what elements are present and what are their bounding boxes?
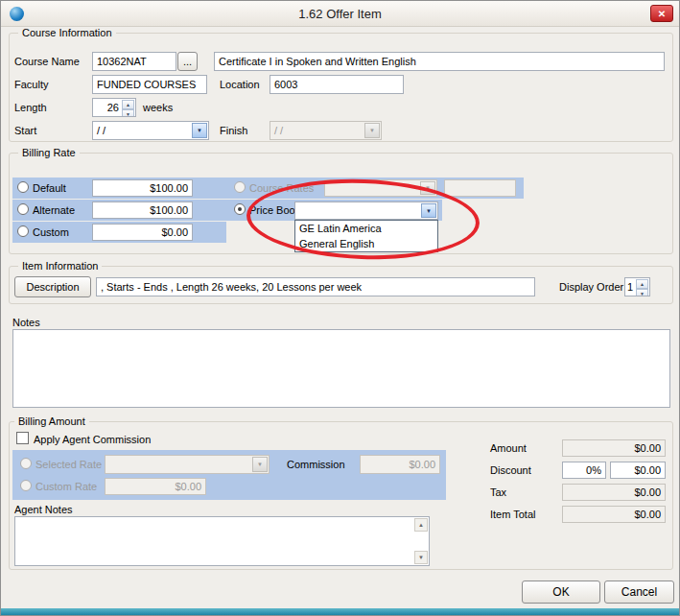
display-order-spinner[interactable]: ▲▼ [636,279,648,295]
alternate-radio[interactable] [17,203,29,215]
spinner-up-icon[interactable]: ▲ [636,279,648,289]
spinner-down-icon[interactable]: ▼ [636,289,648,296]
custom-rate-amount-input: $0.00 [105,478,206,495]
chevron-down-icon[interactable]: ▼ [421,203,436,218]
course-title-input[interactable]: Certificate I in Spoken and Written Engl… [214,52,665,71]
amount-label: Amount [490,442,527,454]
default-radio[interactable] [17,181,29,193]
alternate-rate-input[interactable]: $100.00 [92,201,193,219]
tax-label: Tax [490,486,506,498]
commission-label: Commission [287,459,345,470]
chevron-down-icon: ▼ [364,123,380,138]
weeks-label: weeks [143,102,173,113]
spinner-down-icon[interactable]: ▼ [122,109,134,117]
location-input[interactable]: 6003 [270,75,404,94]
discount-percent-input[interactable]: 0% [562,462,606,479]
course-rates-radio-label: Course Rates [249,182,314,194]
price-book-radio-label: Price Book [249,204,300,216]
amount-field: $0.00 [562,439,666,457]
course-rates-amount-input [444,179,516,197]
display-order-label: Display Order [559,281,623,293]
selected-rate-radio [20,458,32,469]
custom-rate-input[interactable]: $0.00 [92,224,193,241]
agent-notes-label: Agent Notes [14,504,73,515]
dialog-title: 1.62 Offer Item [298,7,381,21]
scroll-up-icon[interactable]: ▲ [414,518,428,532]
location-label: Location [220,79,260,90]
cancel-button[interactable]: Cancel [604,580,674,604]
custom-radio[interactable] [17,225,29,237]
custom-rate-radio [20,480,32,491]
default-radio-label: Default [33,182,66,194]
titlebar: 1.62 Offer Item ✕ [1,1,679,27]
price-book-combo[interactable]: ▼ [294,201,438,220]
finish-label: Finish [220,125,247,136]
selected-rate-radio-label: Selected Rate [35,459,102,470]
selected-rate-combo: ▼ [105,455,270,474]
custom-radio-label: Custom [33,226,69,238]
course-name-browse-button[interactable]: ... [177,52,198,71]
course-name-label: Course Name [14,56,80,67]
alternate-radio-label: Alternate [33,204,75,216]
dropdown-option-general-english[interactable]: General English [295,236,437,251]
item-information-label: Item Information [18,260,102,272]
length-input[interactable]: 26 ▲▼ [92,98,136,117]
dropdown-option-ge-latin-america[interactable]: GE Latin America [295,221,437,236]
course-name-input[interactable]: 10362NAT [92,52,176,71]
chevron-down-icon[interactable]: ▼ [192,123,207,138]
faculty-label: Faculty [14,79,48,90]
description-input[interactable]: , Starts - Ends , Length 26 weeks, 20 Le… [96,277,535,296]
apply-agent-commission-checkbox[interactable] [16,432,29,444]
display-order-input[interactable]: 1 ▲▼ [624,277,650,296]
window-bottom-edge [1,608,679,615]
notes-label: Notes [12,317,40,328]
item-total-label: Item Total [490,509,536,520]
scroll-down-icon[interactable]: ▼ [414,551,428,564]
offer-item-dialog: 1.62 Offer Item ✕ Course Information Cou… [0,0,680,616]
tax-field: $0.00 [562,484,666,501]
billing-amount-label: Billing Amount [14,415,89,427]
chevron-down-icon: ▼ [252,457,268,472]
price-book-radio[interactable] [234,203,246,215]
custom-rate-radio-label: Custom Rate [35,481,97,492]
discount-amount-input[interactable]: $0.00 [610,462,666,479]
app-icon [10,7,24,21]
course-information-label: Course Information [18,27,116,38]
description-button[interactable]: Description [14,276,91,297]
agent-notes-input[interactable]: ▲ ▼ [14,516,430,566]
course-rates-combo: ▼ [324,179,437,197]
default-rate-input[interactable]: $100.00 [92,179,193,197]
faculty-input[interactable]: FUNDED COURSES [92,75,207,94]
start-label: Start [14,125,36,136]
course-rates-radio [234,181,246,193]
length-label: Length [14,102,47,113]
close-button[interactable]: ✕ [650,5,673,22]
spinner-up-icon[interactable]: ▲ [122,100,134,109]
price-book-dropdown-list: GE Latin America General English [294,220,438,252]
commission-input: $0.00 [360,455,440,474]
item-total-field: $0.00 [562,506,666,523]
ok-button[interactable]: OK [522,580,600,604]
billing-rate-label: Billing Rate [18,147,80,158]
notes-input[interactable] [12,329,670,408]
discount-label: Discount [490,464,531,476]
scrollbar[interactable]: ▲ ▼ [413,517,429,565]
length-spinner[interactable]: ▲▼ [122,100,134,115]
apply-agent-commission-label: Apply Agent Commission [34,434,151,445]
chevron-down-icon: ▼ [420,181,435,195]
finish-date-combo: / / ▼ [270,121,382,140]
start-date-combo[interactable]: / / ▼ [92,121,209,140]
